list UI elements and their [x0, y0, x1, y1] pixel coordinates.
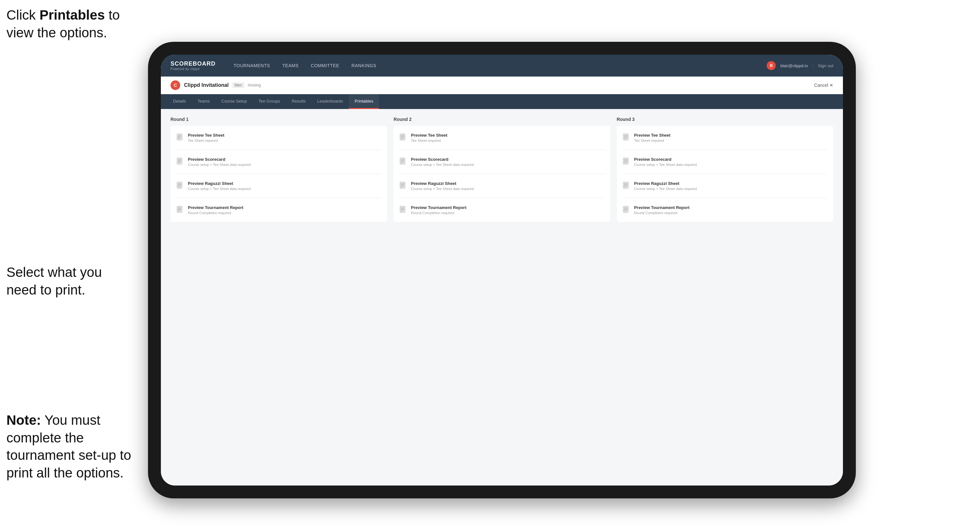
tab-tee-groups[interactable]: Tee Groups	[253, 94, 286, 109]
round3-report-title: Preview Tournament Report	[634, 205, 689, 210]
round1-raguzzi-title: Preview Raguzzi Sheet	[188, 181, 251, 186]
tourney-cancel-button[interactable]: Cancel ✕	[814, 83, 833, 88]
round2-tee-sheet-subtitle: Tee Sheet required	[411, 138, 447, 143]
tab-printables[interactable]: Printables	[349, 94, 379, 109]
round1-report-subtitle: Round Completion required	[188, 211, 243, 215]
round1-tee-sheet-title: Preview Tee Sheet	[188, 133, 224, 138]
round2-raguzzi-text: Preview Raguzzi Sheet Course setup + Tee…	[411, 181, 474, 190]
round-3-column: Round 3	[617, 117, 833, 222]
nav-committee[interactable]: COMMITTEE	[305, 60, 345, 71]
round3-report-subtitle: Round Completion required	[634, 211, 689, 215]
round3-tee-sheet-icon	[622, 133, 630, 143]
round1-tournament-report[interactable]: Preview Tournament Report Round Completi…	[176, 203, 381, 217]
round2-tee-sheet-icon	[399, 133, 407, 143]
tab-course-setup[interactable]: Course Setup	[216, 94, 253, 109]
annotation-bottom: Note: You must complete the tournament s…	[6, 411, 142, 482]
user-email: blair@clippd.io	[780, 63, 808, 68]
rounds-grid: Round 1	[170, 117, 833, 222]
round2-report-text: Preview Tournament Report Round Completi…	[411, 205, 466, 215]
round-2-column: Round 2	[393, 117, 610, 222]
round2-scorecard-subtitle: Course setup + Tee Sheet data required	[411, 163, 474, 167]
tab-teams[interactable]: Teams	[192, 94, 216, 109]
round3-tee-sheet-subtitle: Tee Sheet required	[634, 138, 670, 143]
round2-tournament-report[interactable]: Preview Tournament Report Round Completi…	[399, 203, 604, 217]
sub-nav: Details Teams Course Setup Tee Groups Re…	[161, 94, 843, 109]
round1-scorecard[interactable]: Preview Scorecard Course setup + Tee She…	[176, 155, 381, 168]
round3-tournament-report[interactable]: Preview Tournament Report Round Completi…	[622, 203, 827, 217]
tourney-status: Hosting	[248, 83, 261, 87]
divider1	[176, 149, 381, 150]
round3-scorecard-icon	[622, 157, 630, 167]
nav-divider: |	[812, 63, 813, 68]
round3-report-icon	[622, 206, 630, 215]
tournament-header: C Clippd Invitational Men Hosting Cancel…	[161, 76, 843, 94]
round3-raguzzi-text: Preview Raguzzi Sheet Course setup + Tee…	[634, 181, 697, 190]
round2-raguzzi-title: Preview Raguzzi Sheet	[411, 181, 474, 186]
round3-report-text: Preview Tournament Report Round Completi…	[634, 205, 689, 215]
round3-tee-sheet[interactable]: Preview Tee Sheet Tee Sheet required	[622, 131, 827, 144]
tourney-badge: Men	[232, 82, 245, 88]
round2-report-icon	[399, 206, 407, 215]
round1-scorecard-text: Preview Scorecard Course setup + Tee She…	[188, 157, 251, 167]
round-1-card: Preview Tee Sheet Tee Sheet required	[170, 126, 387, 222]
tourney-logo: C	[170, 80, 180, 90]
round3-raguzzi[interactable]: Preview Raguzzi Sheet Course setup + Tee…	[622, 179, 827, 193]
round1-report-text: Preview Tournament Report Round Completi…	[188, 205, 243, 215]
nav-teams[interactable]: TEAMS	[277, 60, 304, 71]
tablet-screen: SCOREBOARD Powered by clippd TOURNAMENTS…	[161, 55, 843, 486]
round2-tee-sheet-title: Preview Tee Sheet	[411, 133, 447, 138]
tee-sheet-icon	[176, 133, 184, 143]
round2-tee-sheet-text: Preview Tee Sheet Tee Sheet required	[411, 133, 447, 143]
scoreboard-title: SCOREBOARD	[170, 60, 216, 67]
round1-raguzzi-subtitle: Course setup + Tee Sheet data required	[188, 187, 251, 190]
round-1-header: Round 1	[170, 117, 387, 122]
top-nav: SCOREBOARD Powered by clippd TOURNAMENTS…	[161, 55, 843, 76]
round1-raguzzi-text: Preview Raguzzi Sheet Course setup + Tee…	[188, 181, 251, 190]
round-3-header: Round 3	[617, 117, 833, 122]
round1-raguzzi[interactable]: Preview Raguzzi Sheet Course setup + Tee…	[176, 179, 381, 193]
round3-scorecard-subtitle: Course setup + Tee Sheet data required	[634, 163, 697, 167]
round1-scorecard-title: Preview Scorecard	[188, 157, 251, 162]
scoreboard-logo: SCOREBOARD Powered by clippd	[170, 60, 216, 71]
round2-tee-sheet[interactable]: Preview Tee Sheet Tee Sheet required	[399, 131, 604, 144]
r2-divider1	[399, 149, 604, 150]
round2-raguzzi-icon	[399, 182, 407, 190]
round1-scorecard-subtitle: Course setup + Tee Sheet data required	[188, 163, 251, 167]
r2-divider3	[399, 198, 604, 198]
divider3	[176, 198, 381, 198]
round1-tee-sheet-subtitle: Tee Sheet required	[188, 138, 224, 143]
round3-raguzzi-title: Preview Raguzzi Sheet	[634, 181, 697, 186]
tab-details[interactable]: Details	[167, 94, 192, 109]
raguzzi-icon	[176, 182, 184, 190]
user-avatar: B	[767, 61, 776, 70]
scorecard-icon	[176, 157, 184, 167]
round2-raguzzi-subtitle: Course setup + Tee Sheet data required	[411, 187, 474, 190]
round2-scorecard[interactable]: Preview Scorecard Course setup + Tee She…	[399, 155, 604, 168]
round2-raguzzi[interactable]: Preview Raguzzi Sheet Course setup + Tee…	[399, 179, 604, 193]
round2-scorecard-title: Preview Scorecard	[411, 157, 474, 162]
round3-scorecard-title: Preview Scorecard	[634, 157, 697, 162]
printables-bold: Printables	[40, 7, 105, 22]
round2-report-subtitle: Round Completion required	[411, 211, 466, 215]
round1-tee-sheet-text: Preview Tee Sheet Tee Sheet required	[188, 133, 224, 143]
nav-tournaments[interactable]: TOURNAMENTS	[228, 60, 275, 71]
app-container: SCOREBOARD Powered by clippd TOURNAMENTS…	[161, 55, 843, 486]
round3-scorecard[interactable]: Preview Scorecard Course setup + Tee She…	[622, 155, 827, 168]
round2-scorecard-icon	[399, 157, 407, 167]
nav-right: B blair@clippd.io | Sign out	[767, 61, 833, 70]
round1-report-title: Preview Tournament Report	[188, 205, 243, 210]
round2-scorecard-text: Preview Scorecard Course setup + Tee She…	[411, 157, 474, 167]
tournament-report-icon	[176, 206, 184, 215]
sign-out-link[interactable]: Sign out	[818, 63, 833, 68]
annotation-middle: Select what you need to print.	[6, 264, 129, 299]
main-content: Round 1	[161, 109, 843, 486]
tab-results[interactable]: Results	[286, 94, 312, 109]
round2-report-title: Preview Tournament Report	[411, 205, 466, 210]
scoreboard-sub: Powered by clippd	[170, 67, 216, 71]
round1-tee-sheet[interactable]: Preview Tee Sheet Tee Sheet required	[176, 131, 381, 144]
nav-rankings[interactable]: RANKINGS	[347, 60, 382, 71]
tab-leaderboards[interactable]: Leaderboards	[312, 94, 349, 109]
round-2-card: Preview Tee Sheet Tee Sheet required	[393, 126, 610, 222]
r3-divider3	[622, 198, 827, 198]
annotation-top: Click Printables to view the options.	[6, 6, 129, 41]
